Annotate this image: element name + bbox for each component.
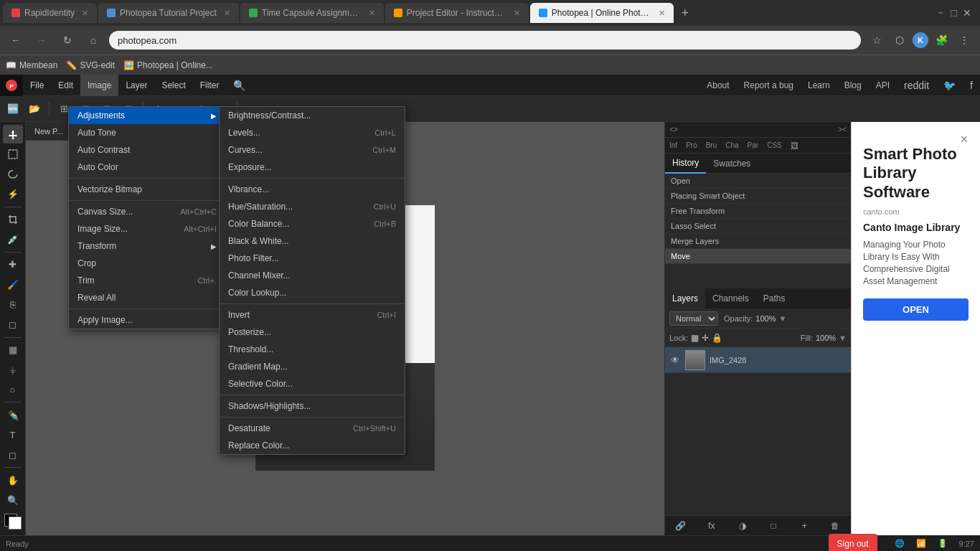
metric-cha[interactable]: Cha (721, 138, 743, 153)
metric-inf[interactable]: Inf (665, 138, 682, 153)
menu-image[interactable]: Image (80, 75, 118, 96)
tab-time-capsule[interactable]: Time Capsule Assignment - Go... ✕ (240, 3, 384, 23)
metric-css[interactable]: CSS (763, 138, 786, 153)
zoom-tool[interactable]: 🔍 (3, 491, 23, 509)
extension-icon[interactable]: 🧩 (931, 30, 951, 50)
submenu-color-balance[interactable]: Color Balance... Ctrl+B (220, 215, 405, 232)
heal-tool[interactable]: ✚ (3, 255, 23, 274)
forward-button[interactable]: → (32, 30, 52, 50)
submenu-selective-color[interactable]: Selective Color... (220, 375, 405, 392)
new-document-icon[interactable]: 🆕 (3, 99, 23, 119)
history-item-merge[interactable]: Merge Layers (665, 234, 851, 249)
submenu-replace-color[interactable]: Replace Color... (220, 437, 405, 454)
menu-item-apply-image[interactable]: Apply Image... (69, 311, 225, 329)
crop-tool[interactable] (3, 210, 23, 229)
tab-rapididentity[interactable]: RapidIdentity ✕ (3, 3, 97, 23)
menu-item-transform[interactable]: Transform ▶ (69, 237, 225, 255)
text-tool[interactable]: T (3, 425, 23, 444)
menu-blog[interactable]: Blog (837, 75, 869, 96)
eyedropper-tool[interactable]: 💉 (3, 230, 23, 249)
history-tab[interactable]: History (665, 154, 706, 174)
lock-pixels-icon[interactable]: ▦ (691, 333, 699, 343)
submenu-gradient-map[interactable]: Gradient Map... (220, 358, 405, 375)
layer-item-img2428[interactable]: 👁 IMG_2428 (665, 347, 851, 373)
submenu-photo-filter[interactable]: Photo Filter... (220, 250, 405, 267)
gradient-tool[interactable]: ▦ (3, 340, 23, 359)
submenu-levels[interactable]: Levels... Ctrl+L (220, 124, 405, 141)
opacity-dropdown-icon[interactable]: ▼ (779, 314, 787, 323)
tab-close-icon[interactable]: ✕ (514, 9, 520, 18)
menu-learn[interactable]: Learn (801, 75, 837, 96)
ad-close-button[interactable]: ✕ (960, 133, 969, 145)
menu-item-vectorize[interactable]: Vectorize Bitmap (69, 181, 225, 198)
menu-item-adjustments[interactable]: Adjustments ▶ (69, 107, 225, 124)
address-input[interactable] (109, 31, 861, 50)
brush-tool[interactable]: 🖌️ (3, 276, 23, 294)
history-item-transform[interactable]: Free Transform (665, 204, 851, 219)
submenu-threshold[interactable]: Threshold... (220, 341, 405, 358)
menu-report-bug[interactable]: Report a bug (737, 75, 801, 96)
panel-expand-icon[interactable]: >< (838, 126, 847, 133)
menu-item-image-size[interactable]: Image Size... Alt+Ctrl+I (69, 220, 225, 237)
menu-edit[interactable]: Edit (51, 75, 80, 96)
twitter-icon[interactable]: 🐦 (936, 75, 963, 96)
submenu-brightness[interactable]: Brightness/Contrast... (220, 107, 405, 124)
tab-close-icon[interactable]: ✕ (82, 9, 88, 18)
tab-project-editor[interactable]: Project Editor - Instructables ✕ (385, 3, 529, 23)
reddit-icon[interactable]: reddit (897, 75, 936, 96)
menu-item-canvas-size[interactable]: Canvas Size... Alt+Ctrl+C (69, 203, 225, 220)
channels-tab[interactable]: Channels (705, 288, 756, 309)
menu-select[interactable]: Select (154, 75, 192, 96)
tab-close-icon[interactable]: ✕ (224, 9, 230, 18)
home-button[interactable]: ⌂ (83, 30, 103, 50)
adjust-layer-icon[interactable]: ◑ (734, 517, 751, 534)
menu-layer[interactable]: Layer (118, 75, 154, 96)
foreground-color-swatch[interactable] (3, 512, 23, 531)
maximize-button[interactable]: □ (951, 7, 957, 19)
dodge-tool[interactable]: ○ (3, 380, 23, 399)
menu-api[interactable]: API (869, 75, 897, 96)
effects-icon[interactable]: fx (703, 517, 720, 534)
tab-close-icon[interactable]: ✕ (369, 9, 375, 18)
menu-item-crop[interactable]: Crop (69, 255, 225, 272)
metric-bru[interactable]: Bru (702, 138, 722, 153)
paint-bucket-tool[interactable]: ⏚ (3, 360, 23, 379)
open-file-icon[interactable]: 📂 (24, 99, 44, 119)
add-layer-icon[interactable]: + (796, 517, 813, 534)
metric-image-icon[interactable]: 🖼 (786, 138, 803, 153)
profile-circle[interactable]: K (913, 32, 928, 48)
history-item-lasso[interactable]: Lasso Select (665, 219, 851, 234)
close-button[interactable]: ✕ (963, 7, 971, 19)
pen-tool[interactable]: ✒️ (3, 405, 23, 424)
document-tab[interactable]: New P... (34, 127, 63, 136)
submenu-posterize[interactable]: Posterize... (220, 324, 405, 341)
delete-layer-icon[interactable]: 🗑 (826, 517, 844, 534)
menu-dots-icon[interactable]: ⋮ (954, 30, 974, 50)
bookmark-star-icon[interactable]: ☆ (867, 30, 887, 50)
bookmark-photopea[interactable]: 🖼️ Photopea | Online... (123, 60, 213, 70)
submenu-invert[interactable]: Invert Ctrl+I (220, 306, 405, 324)
tab-close-active-icon[interactable]: ✕ (659, 9, 665, 18)
metric-par[interactable]: Par (743, 138, 763, 153)
swatches-tab[interactable]: Swatches (706, 154, 758, 174)
tab-photopea-active[interactable]: Photopea | Online Photo Editor ✕ (530, 3, 674, 23)
clone-tool[interactable]: ⎘ (3, 296, 23, 314)
submenu-vibrance[interactable]: Vibrance... (220, 181, 405, 198)
bookmark-membean[interactable]: 📖 Membean (6, 60, 57, 70)
submenu-shadows-highlights[interactable]: Shadows/Highlights... (220, 397, 405, 415)
paths-tab[interactable]: Paths (756, 288, 793, 309)
menu-item-auto-tone[interactable]: Auto Tone (69, 124, 225, 141)
minimize-button[interactable]: － (936, 6, 946, 19)
cast-icon[interactable]: ⬡ (890, 30, 910, 50)
sign-out-button[interactable]: Sign out (829, 534, 877, 552)
metric-pro[interactable]: Pro (682, 138, 702, 153)
layer-visibility-icon[interactable]: 👁 (669, 354, 681, 366)
lock-all-icon[interactable]: 🔒 (712, 333, 722, 343)
submenu-channel-mixer[interactable]: Channel Mixer... (220, 267, 405, 284)
search-icon[interactable]: 🔍 (226, 75, 253, 96)
reload-button[interactable]: ↻ (57, 30, 77, 50)
menu-item-reveal-all[interactable]: Reveal All (69, 289, 225, 306)
submenu-curves[interactable]: Curves... Ctrl+M (220, 141, 405, 159)
submenu-desaturate[interactable]: Desaturate Ctrl+Shift+U (220, 420, 405, 437)
hand-tool[interactable]: ✋ (3, 471, 23, 489)
